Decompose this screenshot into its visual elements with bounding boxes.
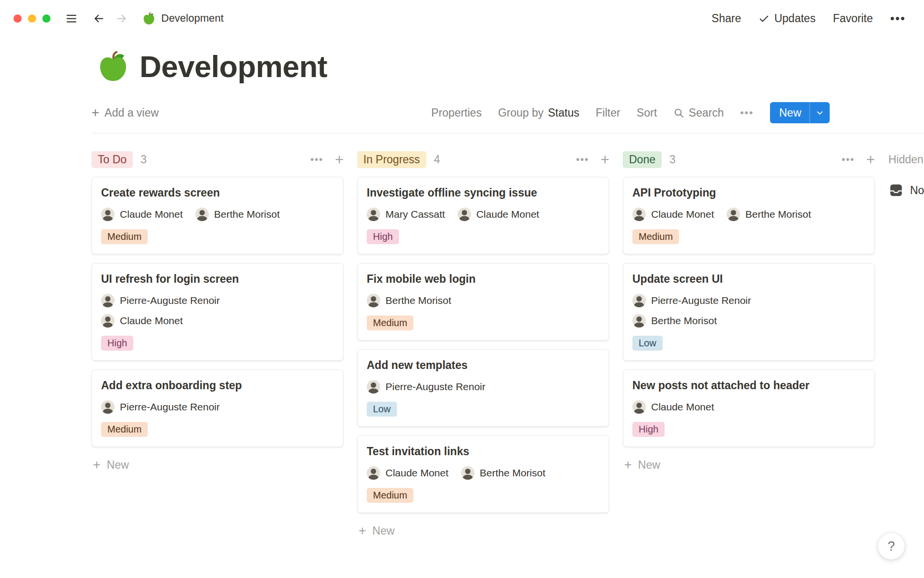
card-assignees: Pierre-Auguste Renoir [101, 400, 334, 414]
card[interactable]: UI refresh for login screen Pierre-Augus… [91, 263, 344, 361]
card-assignees: Claude Monet Berthe Morisot [632, 208, 865, 221]
card-assignees: Pierre-Auguste Renoir Berthe Morisot [632, 294, 865, 328]
group-by-label: Group by [498, 106, 544, 119]
card[interactable]: Create rewards screen Claude Monet Berth… [91, 177, 344, 254]
breadcrumb[interactable]: Development [142, 12, 224, 25]
plus-icon: + [93, 459, 101, 472]
titlebar-actions: Share Updates Favorite ••• [712, 12, 906, 26]
column-add-icon[interactable]: + [335, 152, 344, 167]
window-more-icon[interactable]: ••• [890, 12, 906, 26]
window-controls [13, 14, 51, 23]
assignee-name: Berthe Morisot [385, 295, 451, 306]
hidden-group-no-status[interactable]: No Status [888, 183, 924, 198]
card[interactable]: Test invitation links Claude Monet Berth… [357, 435, 609, 513]
assignee-name: Claude Monet [385, 467, 449, 479]
view-more-icon[interactable]: ••• [740, 107, 754, 118]
card-title: API Prototyping [632, 186, 865, 200]
column-more-icon[interactable]: ••• [576, 154, 589, 165]
view-toolbar: + Add a view Properties Group by Status … [91, 102, 830, 123]
assignee: Claude Monet [458, 208, 539, 221]
card-title: UI refresh for login screen [101, 272, 334, 287]
assignee: Berthe Morisot [195, 208, 280, 221]
properties-button[interactable]: Properties [431, 106, 482, 119]
card-title: Test invitation links [367, 445, 600, 459]
add-card-button[interactable]: + New [91, 459, 344, 472]
search-button[interactable]: Search [673, 106, 724, 119]
help-button[interactable]: ? [878, 533, 905, 560]
column-status-badge[interactable]: Done [623, 151, 662, 168]
card[interactable]: Update screen UI Pierre-Auguste Renoir B… [623, 263, 875, 361]
zoom-window-button[interactable] [42, 14, 51, 23]
card[interactable]: Add new templates Pierre-Auguste Renoir … [357, 349, 609, 427]
column-status-badge[interactable]: In Progress [357, 151, 426, 168]
avatar [367, 208, 380, 221]
minimize-window-button[interactable] [28, 14, 36, 23]
priority-badge: Medium [632, 229, 679, 244]
add-view-button[interactable]: + Add a view [91, 105, 159, 120]
assignee: Pierre-Auguste Renoir [101, 294, 220, 307]
card[interactable]: Add extra onboarding step Pierre-Auguste… [91, 369, 344, 447]
hidden-columns-section: Hidden No Status [888, 150, 924, 198]
add-card-label: New [107, 459, 129, 472]
column-cards: Create rewards screen Claude Monet Berth… [91, 177, 344, 447]
avatar [632, 314, 646, 328]
priority-badge: High [367, 229, 399, 244]
plus-icon: + [359, 525, 366, 538]
priority-badge: Medium [367, 488, 413, 503]
assignee-name: Claude Monet [651, 401, 714, 413]
plus-icon: + [624, 459, 632, 472]
card-title: Investigate offline syncing issue [367, 186, 600, 200]
add-card-button[interactable]: + New [623, 459, 875, 472]
column-more-icon[interactable]: ••• [842, 154, 855, 165]
group-by-button[interactable]: Group by Status [498, 106, 579, 119]
sidebar-menu-icon[interactable] [65, 12, 78, 25]
priority-badge: Low [367, 402, 397, 417]
favorite-button[interactable]: Favorite [833, 12, 873, 25]
new-dropdown-chevron[interactable] [809, 102, 830, 123]
assignee-name: Mary Cassatt [385, 209, 445, 220]
column-header: Done 3 ••• + [623, 150, 875, 169]
priority-badge: High [101, 336, 133, 351]
card[interactable]: API Prototyping Claude Monet Berthe Mori… [623, 177, 875, 254]
new-button[interactable]: New [770, 102, 830, 123]
column-add-icon[interactable]: + [866, 152, 875, 167]
assignee-name: Pierre-Auguste Renoir [385, 381, 486, 393]
card-title: Update screen UI [632, 272, 865, 287]
card[interactable]: New posts not attached to header Claude … [623, 369, 875, 447]
assignee-name: Claude Monet [476, 209, 539, 220]
add-view-label: Add a view [104, 106, 159, 119]
add-card-button[interactable]: + New [357, 525, 609, 538]
avatar [632, 208, 646, 221]
column-cards: Investigate offline syncing issue Mary C… [357, 177, 609, 513]
column-add-icon[interactable]: + [601, 152, 609, 167]
avatar [367, 294, 380, 307]
assignee-name: Berthe Morisot [745, 209, 811, 220]
column-status-badge[interactable]: To Do [91, 151, 133, 168]
column-header: In Progress 4 ••• + [357, 150, 609, 169]
sort-button[interactable]: Sort [637, 106, 657, 119]
avatar [727, 208, 740, 221]
assignee: Berthe Morisot [632, 314, 717, 328]
assignee-name: Claude Monet [120, 315, 183, 327]
close-window-button[interactable] [13, 14, 22, 23]
kanban-board: To Do 3 ••• + Create rewards screen Clau… [0, 133, 924, 538]
column-more-icon[interactable]: ••• [310, 154, 323, 165]
priority-badge: Medium [101, 229, 148, 244]
column-header: To Do 3 ••• + [91, 150, 344, 169]
assignee-name: Pierre-Auguste Renoir [120, 295, 220, 306]
page-icon-apple-large[interactable] [97, 51, 129, 82]
card-title: Create rewards screen [101, 186, 334, 200]
card-assignees: Claude Monet Berthe Morisot [367, 466, 600, 480]
avatar [367, 380, 380, 394]
priority-badge: Low [632, 336, 663, 351]
updates-button[interactable]: Updates [758, 12, 816, 25]
card[interactable]: Fix mobile web login Berthe Morisot Medi… [357, 263, 609, 341]
filter-button[interactable]: Filter [596, 106, 620, 119]
share-button[interactable]: Share [712, 12, 741, 25]
assignee: Claude Monet [101, 314, 183, 328]
back-icon[interactable] [92, 12, 105, 25]
forward-icon[interactable] [115, 12, 128, 25]
card[interactable]: Investigate offline syncing issue Mary C… [357, 177, 609, 254]
avatar [101, 294, 115, 307]
column-count: 3 [141, 153, 147, 166]
